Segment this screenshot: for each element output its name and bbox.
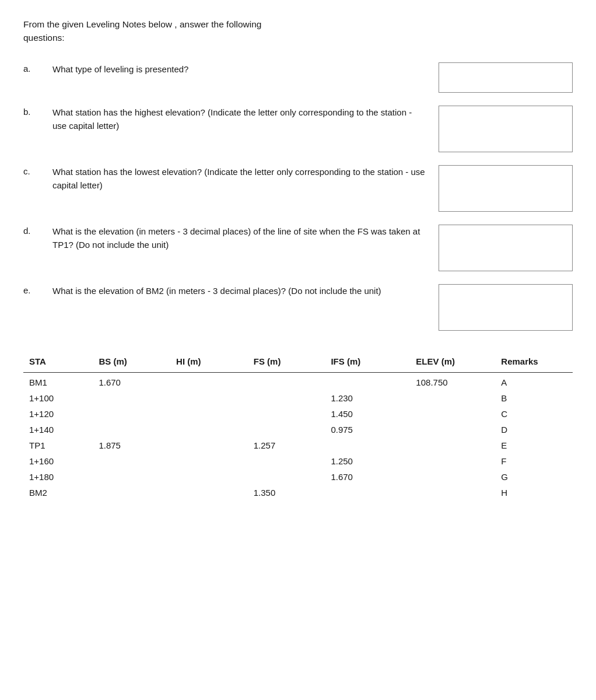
cell-sta: BM2 [23, 485, 93, 501]
cell-fs [248, 453, 325, 469]
cell-elev [410, 438, 495, 453]
cell-fs [248, 469, 325, 485]
cell-fs [248, 422, 325, 438]
cell-remarks: D [495, 422, 573, 438]
table-row: BM11.670108.750A [23, 372, 573, 390]
question-e-text: What is the elevation of BM2 (in meters … [52, 284, 439, 298]
table-row: 1+1801.670G [23, 469, 573, 485]
cell-bs [93, 485, 170, 501]
cell-hi [170, 453, 248, 469]
question-c-label: c. [23, 165, 52, 176]
cell-hi [170, 390, 248, 406]
question-b-answer[interactable] [439, 106, 573, 152]
cell-remarks: E [495, 438, 573, 453]
cell-hi [170, 469, 248, 485]
cell-sta: TP1 [23, 438, 93, 453]
cell-remarks: B [495, 390, 573, 406]
cell-bs [93, 469, 170, 485]
cell-sta: 1+180 [23, 469, 93, 485]
header-hi: HI (m) [170, 354, 248, 373]
cell-bs: 1.670 [93, 372, 170, 390]
question-b-label: b. [23, 106, 52, 117]
table-section: STA BS (m) HI (m) FS (m) IFS (m) ELEV (m… [23, 354, 573, 501]
questions-section: a. What type of leveling is presented? b… [23, 62, 573, 331]
cell-sta: 1+100 [23, 390, 93, 406]
table-row: 1+1001.230B [23, 390, 573, 406]
cell-remarks: C [495, 406, 573, 422]
cell-hi [170, 485, 248, 501]
cell-fs [248, 372, 325, 390]
table-row: BM21.350H [23, 485, 573, 501]
cell-sta: 1+120 [23, 406, 93, 422]
question-e-row: e. What is the elevation of BM2 (in mete… [23, 284, 573, 331]
question-d-label: d. [23, 225, 52, 236]
cell-fs: 1.350 [248, 485, 325, 501]
cell-ifs [325, 485, 410, 501]
table-row: 1+1601.250F [23, 453, 573, 469]
cell-hi [170, 422, 248, 438]
intro-line2: questions: [23, 33, 65, 43]
cell-elev [410, 469, 495, 485]
question-a-row: a. What type of leveling is presented? [23, 62, 573, 93]
question-b-row: b. What station has the highest elevatio… [23, 106, 573, 152]
cell-remarks: F [495, 453, 573, 469]
intro-line1: From the given Leveling Notes below , an… [23, 19, 261, 29]
cell-hi [170, 438, 248, 453]
cell-elev [410, 422, 495, 438]
question-d-row: d. What is the elevation (in meters - 3 … [23, 225, 573, 271]
cell-elev [410, 390, 495, 406]
cell-elev [410, 453, 495, 469]
cell-fs [248, 406, 325, 422]
table-row: 1+1400.975D [23, 422, 573, 438]
cell-elev [410, 485, 495, 501]
header-bs: BS (m) [93, 354, 170, 373]
question-c-text: What station has the lowest elevation? (… [52, 165, 439, 192]
cell-hi [170, 372, 248, 390]
question-d-text: What is the elevation (in meters - 3 dec… [52, 225, 439, 252]
question-a-label: a. [23, 62, 52, 74]
cell-ifs: 1.230 [325, 390, 410, 406]
cell-elev: 108.750 [410, 372, 495, 390]
cell-ifs: 1.670 [325, 469, 410, 485]
cell-fs [248, 390, 325, 406]
cell-sta: BM1 [23, 372, 93, 390]
cell-elev [410, 406, 495, 422]
cell-hi [170, 406, 248, 422]
question-e-label: e. [23, 284, 52, 295]
cell-bs [93, 453, 170, 469]
header-elev: ELEV (m) [410, 354, 495, 373]
cell-bs [93, 390, 170, 406]
table-row: TP11.8751.257E [23, 438, 573, 453]
table-header-row: STA BS (m) HI (m) FS (m) IFS (m) ELEV (m… [23, 354, 573, 373]
cell-sta: 1+140 [23, 422, 93, 438]
cell-ifs: 1.250 [325, 453, 410, 469]
question-d-answer[interactable] [439, 225, 573, 271]
question-a-answer[interactable] [439, 62, 573, 93]
question-a-text: What type of leveling is presented? [52, 62, 439, 76]
leveling-table: STA BS (m) HI (m) FS (m) IFS (m) ELEV (m… [23, 354, 573, 501]
question-c-row: c. What station has the lowest elevation… [23, 165, 573, 212]
table-row: 1+1201.450C [23, 406, 573, 422]
question-c-answer[interactable] [439, 165, 573, 212]
cell-ifs [325, 372, 410, 390]
cell-ifs: 1.450 [325, 406, 410, 422]
header-remarks: Remarks [495, 354, 573, 373]
intro-paragraph: From the given Leveling Notes below , an… [23, 18, 573, 45]
cell-bs [93, 422, 170, 438]
cell-sta: 1+160 [23, 453, 93, 469]
cell-fs: 1.257 [248, 438, 325, 453]
question-b-text: What station has the highest elevation? … [52, 106, 439, 133]
cell-remarks: A [495, 372, 573, 390]
header-sta: STA [23, 354, 93, 373]
cell-bs: 1.875 [93, 438, 170, 453]
header-fs: FS (m) [248, 354, 325, 373]
cell-ifs [325, 438, 410, 453]
header-ifs: IFS (m) [325, 354, 410, 373]
cell-ifs: 0.975 [325, 422, 410, 438]
cell-remarks: H [495, 485, 573, 501]
cell-remarks: G [495, 469, 573, 485]
question-e-answer[interactable] [439, 284, 573, 331]
cell-bs [93, 406, 170, 422]
